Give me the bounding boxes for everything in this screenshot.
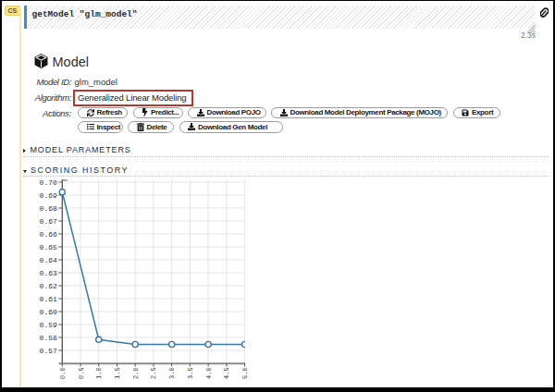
svg-text:0.63: 0.63 [40,269,57,277]
svg-text:5.0: 5.0 [241,367,249,379]
svg-text:0.57: 0.57 [40,347,57,355]
svg-text:0.66: 0.66 [40,230,57,239]
svg-text:0.68: 0.68 [40,204,57,213]
svg-text:0.5: 0.5 [78,367,85,379]
svg-text:0.60: 0.60 [40,308,57,316]
svg-text:0.69: 0.69 [40,191,57,200]
svg-text:1.0: 1.0 [95,367,103,379]
svg-text:0.58: 0.58 [40,334,57,342]
svg-text:3.5: 3.5 [187,367,194,379]
svg-text:0.62: 0.62 [40,282,57,290]
svg-text:0.59: 0.59 [40,321,57,329]
svg-text:1.5: 1.5 [114,367,121,379]
svg-text:0.67: 0.67 [40,217,57,226]
svg-text:0.0: 0.0 [59,367,67,379]
svg-text:0.70: 0.70 [40,178,57,187]
svg-text:3.0: 3.0 [168,367,176,379]
svg-text:2.5: 2.5 [150,367,157,379]
svg-text:0.61: 0.61 [40,295,57,303]
svg-text:4.0: 4.0 [205,367,213,379]
svg-text:4.5: 4.5 [223,367,230,379]
svg-text:0.64: 0.64 [40,256,57,264]
svg-text:2.0: 2.0 [132,367,140,379]
svg-text:0.65: 0.65 [40,243,57,251]
